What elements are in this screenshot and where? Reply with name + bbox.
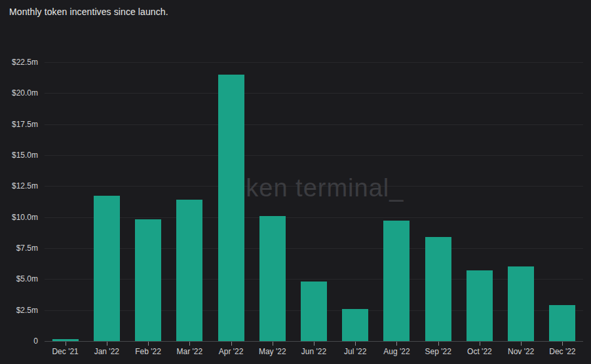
x-axis-tick-label: Nov '22 (500, 347, 542, 356)
y-axis-tick-label: $12.5m (0, 181, 38, 191)
bar-jul22[interactable] (342, 309, 368, 341)
x-axis-tick-label: Oct '22 (459, 347, 501, 356)
x-axis-tick (480, 342, 480, 346)
bar-dec22[interactable] (549, 305, 575, 341)
gridline (45, 93, 583, 94)
bar-nov22[interactable] (508, 266, 534, 341)
bar-oct22[interactable] (467, 270, 493, 341)
x-axis-tick-label: Dec '21 (45, 347, 86, 356)
y-axis-tick-label: $15.0m (0, 151, 38, 160)
x-axis-tick (66, 342, 66, 346)
bar-jan22[interactable] (94, 196, 120, 341)
x-axis-tick (396, 342, 397, 346)
x-axis-tick (314, 342, 315, 346)
plot-area: token terminal_ $22.5m$20.0m$17.5m$15.0m… (0, 0, 591, 364)
x-axis-tick-label: Dec '22 (541, 347, 583, 356)
y-axis-tick-label: $22.5m (0, 58, 38, 67)
x-axis-tick-label: Jun '22 (293, 347, 335, 356)
y-axis-tick-label: $10.0m (0, 213, 38, 222)
x-axis-tick-label: Feb '22 (127, 347, 169, 356)
x-axis-tick-label: Jan '22 (86, 347, 128, 356)
x-axis-tick (148, 342, 149, 346)
bar-mar22[interactable] (176, 200, 202, 341)
gridline (45, 155, 583, 156)
x-axis-tick (231, 342, 232, 346)
x-axis-tick (438, 342, 439, 346)
x-axis-tick (107, 342, 107, 346)
y-axis-tick-label: $17.5m (0, 120, 38, 129)
bar-apr22[interactable] (218, 75, 244, 341)
y-axis-tick-label: $2.5m (0, 306, 38, 315)
x-axis-tick-label: Mar '22 (168, 347, 210, 356)
bar-jun22[interactable] (301, 282, 327, 341)
x-axis-tick (273, 342, 273, 346)
x-axis-tick-label: May '22 (252, 347, 294, 356)
bar-sep22[interactable] (425, 237, 451, 341)
gridline (45, 279, 583, 280)
x-axis-tick-label: Aug '22 (375, 347, 417, 356)
y-axis-tick-label: $20.0m (0, 88, 38, 98)
y-axis-tick-label: 0 (0, 337, 38, 346)
chart-canvas: Monthly token incentives since launch. t… (0, 0, 591, 364)
gridline (45, 248, 583, 249)
x-axis-tick-label: Sep '22 (417, 347, 459, 356)
bar-feb22[interactable] (135, 219, 161, 341)
token-terminal-watermark: token terminal_ (45, 174, 583, 202)
x-axis-tick (562, 342, 563, 346)
x-axis-tick (189, 342, 190, 346)
x-axis-tick (355, 342, 356, 346)
x-axis-tick-label: Apr '22 (210, 347, 252, 356)
x-axis-tick-label: Jul '22 (334, 347, 376, 356)
y-axis-tick-label: $5.0m (0, 274, 38, 283)
gridline (45, 62, 583, 63)
gridline (45, 124, 583, 125)
y-axis-tick-label: $7.5m (0, 244, 38, 253)
gridline (45, 217, 583, 218)
x-axis-tick (521, 342, 522, 346)
bar-may22[interactable] (259, 216, 286, 341)
bar-aug22[interactable] (383, 221, 410, 341)
